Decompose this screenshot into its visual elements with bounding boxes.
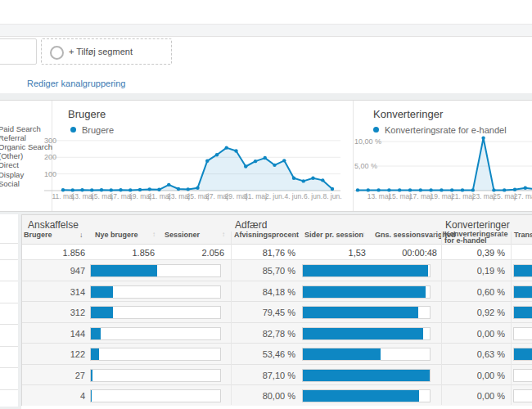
cut-row [0, 281, 18, 303]
bar-fill [303, 348, 381, 360]
sort-icon[interactable]: ↕ [501, 231, 504, 238]
top-header-strip [0, 0, 532, 25]
next-section-edge [21, 406, 532, 409]
bar-fill [303, 265, 428, 276]
svg-text:21. maj: 21. maj [451, 192, 474, 200]
table-row[interactable]: 14482,78 %0,00 % [22, 322, 532, 344]
conversions-bar [513, 348, 532, 361]
channel-label: (Other) [0, 151, 23, 160]
total-value: 1.856 [132, 248, 155, 258]
sort-desc-icon[interactable]: ↓ [79, 231, 83, 239]
svg-text:23. maj: 23. maj [472, 192, 495, 200]
bounce-bar [302, 306, 431, 319]
sort-icon[interactable]: ↕ [362, 231, 365, 238]
conversions-bar [513, 306, 532, 319]
table-row[interactable]: 480,00 %0,00 % [22, 384, 532, 406]
table-row[interactable]: 31484,18 %0,60 % [22, 281, 532, 302]
users-bar [90, 369, 221, 382]
channel-label: Display [0, 170, 24, 179]
metric-group-label: Konverteringer [445, 219, 510, 231]
table-row[interactable]: 31279,45 %0,92 % [22, 301, 532, 322]
svg-text:27. maj: 27. maj [514, 192, 532, 200]
bar-fill [91, 390, 92, 402]
column-header[interactable]: Brugere [24, 231, 52, 239]
column-header[interactable]: Transaktioner [514, 231, 532, 239]
table-row[interactable]: 94785,70 %0,19 % [22, 259, 532, 281]
bar-fill [303, 328, 423, 339]
add-segment-label: + Tilføj segment [69, 47, 133, 56]
svg-text:15. maj: 15. maj [388, 192, 411, 200]
cut-row [0, 214, 18, 243]
svg-text:6. jun.: 6. jun. [304, 192, 322, 200]
users-bar [90, 348, 221, 361]
metric-value: 144 [70, 329, 85, 339]
metric-group-label: Adfærd [235, 219, 267, 231]
add-segment-circle-icon [50, 46, 64, 60]
svg-text:31. maj: 31. maj [244, 192, 267, 200]
bounce-bar [302, 369, 431, 382]
metric-value: 84,18 % [263, 287, 295, 297]
svg-text:300: 300 [44, 137, 56, 145]
column-divider [511, 231, 512, 405]
users-bar [90, 285, 221, 299]
metrics-table: AnskaffelseAdfærdKonverteringerBrugere↓N… [21, 214, 532, 406]
bar-fill [91, 307, 113, 318]
column-header[interactable]: Konverteringsrate for e-handel [444, 231, 503, 244]
sort-icon[interactable]: ↕ [432, 231, 435, 238]
svg-text:17. maj: 17. maj [409, 192, 432, 200]
total-value: 0,39 % [477, 248, 505, 258]
metric-value: 4 [80, 391, 85, 401]
current-segment-card[interactable] [0, 38, 37, 65]
total-value: 00:00:48 [402, 248, 437, 258]
bar-fill [303, 307, 418, 318]
column-divider [441, 231, 442, 405]
column-header[interactable]: Nye brugere [95, 231, 138, 239]
edit-channel-grouping-link[interactable]: Rediger kanalgruppering [27, 79, 125, 88]
metric-value: 87,10 % [263, 371, 295, 380]
bar-fill [303, 370, 430, 381]
conversions-bar [513, 285, 532, 299]
sort-icon[interactable]: ↕ [152, 231, 156, 238]
svg-text:4. jun.: 4. jun. [284, 192, 303, 200]
users-bar [90, 389, 221, 402]
metric-value: 27 [75, 371, 85, 380]
metric-group-label: Anskaffelse [28, 219, 79, 231]
channel-label: Direct [0, 160, 19, 169]
column-header[interactable]: Gns. sessionsvarighed [375, 231, 456, 239]
conversions-bar [513, 389, 532, 402]
cut-row [0, 367, 18, 389]
svg-text:10,00 %: 10,00 % [354, 137, 381, 146]
column-header[interactable]: Afvisningsprocent [234, 231, 299, 239]
svg-text:8. jun.: 8. jun. [322, 192, 341, 200]
channel-label: Paid Search [0, 124, 41, 133]
table-row[interactable]: 12253,46 %0,63 % [22, 343, 532, 364]
metric-value: 0,92 % [477, 308, 505, 317]
bounce-bar [302, 389, 431, 402]
conversions-bar [513, 327, 532, 340]
bar-fill [514, 286, 532, 298]
column-header[interactable]: Sessioner [165, 231, 200, 239]
bar-fill [303, 286, 426, 298]
users-bar [90, 264, 221, 277]
table-row[interactable]: 2787,10 %0,00 % [22, 364, 532, 385]
sort-icon[interactable]: ↕ [291, 231, 295, 238]
users-line-chart: 30020010011. maj13. maj15. maj17. maj19.… [52, 132, 353, 207]
cut-row [0, 346, 18, 368]
metric-value: 79,45 % [263, 308, 295, 317]
svg-text:2. jun.: 2. jun. [265, 192, 284, 200]
column-header[interactable]: Sider pr. session [304, 231, 363, 239]
svg-text:13. maj: 13. maj [367, 192, 390, 200]
metric-value: 0,19 % [477, 266, 505, 276]
metric-value: 0,00 % [477, 329, 505, 339]
conversions-bar [513, 369, 532, 382]
cut-row [0, 389, 18, 409]
cut-row [0, 243, 18, 259]
conversions-bar [513, 264, 532, 277]
metric-value: 0,00 % [477, 391, 505, 401]
svg-text:100: 100 [44, 170, 56, 178]
sort-icon[interactable]: ↕ [222, 231, 225, 238]
users-bar [90, 327, 221, 340]
metric-value: 80,00 % [263, 391, 295, 401]
add-segment-button[interactable]: + Tilføj segment [41, 38, 172, 65]
svg-text:19. maj: 19. maj [430, 192, 453, 200]
